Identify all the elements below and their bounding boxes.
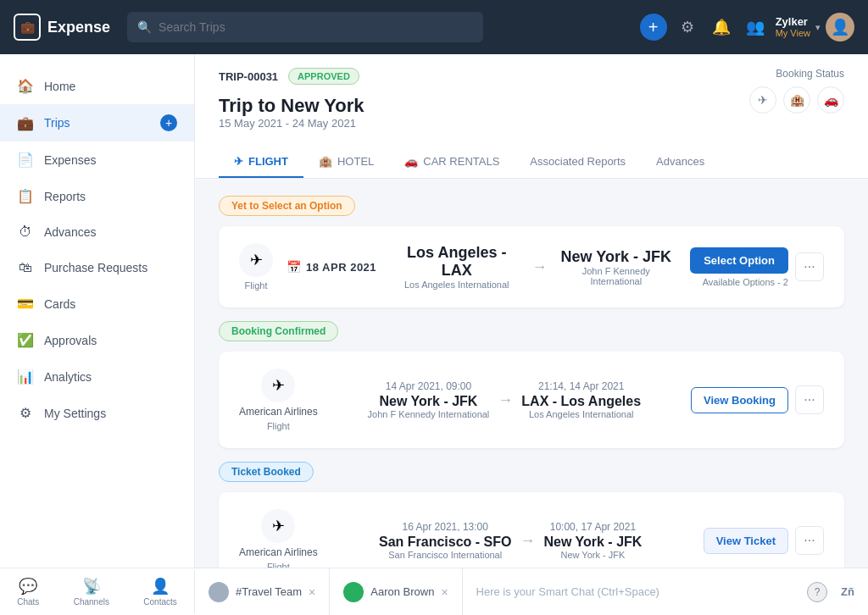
- sidebar-item-advances[interactable]: ⏱ Advances: [0, 214, 194, 250]
- route-from-code-0: Los Angeles - LAX: [390, 244, 523, 280]
- trip-title: Trip to New York: [219, 95, 364, 117]
- arrive-time-1: 21:14, 14 Apr 2021: [521, 380, 641, 392]
- bottom-contacts[interactable]: 👤 Contacts: [133, 570, 186, 613]
- sidebar-item-purchase-requests[interactable]: 🛍 Purchase Requests: [0, 250, 194, 285]
- calendar-icon-0: 📅: [287, 260, 301, 274]
- notifications-button[interactable]: 🔔: [708, 14, 735, 41]
- tab-car-rentals[interactable]: 🚗 CAR RENTALS: [389, 147, 515, 178]
- flight-icon-col-0: ✈ Flight: [239, 243, 273, 291]
- trip-id-row: TRIP-00031 APPROVED: [219, 68, 364, 85]
- select-option-button[interactable]: Select Option: [690, 247, 788, 274]
- flight-icon-col-1: ✈ American Airlines Flight: [239, 368, 318, 431]
- more-button-1[interactable]: ···: [795, 385, 824, 414]
- search-bar[interactable]: 🔍: [127, 12, 483, 42]
- sidebar: 🏠 Home 💼 Trips + 📄 Expenses 📋 Reports ⏱ …: [0, 54, 195, 568]
- view-booking-button[interactable]: View Booking: [691, 387, 788, 413]
- home-icon: 🏠: [17, 78, 34, 94]
- plane-icon-2: ✈: [261, 509, 295, 543]
- flight-date-col-0: 📅 18 APR 2021: [287, 260, 376, 274]
- sidebar-item-analytics[interactable]: 📊 Analytics: [0, 358, 194, 395]
- user-menu[interactable]: Zylker My View ▾ 👤: [776, 13, 854, 42]
- flight-row-1: ✈ American Airlines Flight 14 Apr 2021, …: [239, 368, 824, 431]
- sidebar-item-home[interactable]: 🏠 Home: [0, 68, 194, 104]
- section-badge-booked: Ticket Booked: [219, 462, 314, 482]
- plane-icon-0: ✈: [239, 243, 273, 277]
- section-confirmed: Booking Confirmed ✈ American Airlines Fl…: [219, 321, 844, 448]
- route-from-0: Los Angeles - LAX Los Angeles Internatio…: [390, 244, 523, 290]
- car-rentals-tab-label: CAR RENTALS: [423, 155, 499, 168]
- bottom-chat-tabs: #Travel Team × Aaron Brown × Here is you…: [195, 568, 868, 615]
- route-to-1: 21:14, 14 Apr 2021 LAX - Los Angeles Los…: [521, 380, 641, 419]
- hotel-status-icon[interactable]: 🏨: [783, 86, 810, 114]
- reports-icon: 📋: [17, 188, 34, 204]
- route-col-0: Los Angeles - LAX Los Angeles Internatio…: [390, 244, 676, 290]
- flight-status-icon[interactable]: ✈: [749, 86, 776, 114]
- advances-tab-label: Advances: [656, 155, 704, 168]
- flight-type-2: Flight: [267, 562, 290, 568]
- smart-chat-help-button[interactable]: ?: [807, 582, 827, 602]
- depart-time-2: 16 Apr 2021, 13:00: [379, 521, 511, 533]
- bottom-chats[interactable]: 💬 Chats: [7, 570, 49, 613]
- user-avatar[interactable]: 👤: [826, 13, 854, 42]
- more-button-2[interactable]: ···: [795, 526, 824, 555]
- sidebar-label-analytics: Analytics: [44, 370, 92, 384]
- smart-chat[interactable]: Here is your Smart Chat (Ctrl+Space) ? Z…: [463, 568, 868, 615]
- route-from-1: 14 Apr 2021, 09:00 New York - JFK John F…: [368, 380, 490, 419]
- route-to-0: New York - JFK John F Kennedy Internatio…: [555, 248, 676, 286]
- flight-row-2: ✈ American Airlines Flight 16 Apr 2021, …: [239, 509, 824, 568]
- flight-icon-col-2: ✈ American Airlines Flight: [239, 509, 318, 568]
- sidebar-item-approvals[interactable]: ✅ Approvals: [0, 322, 194, 358]
- sidebar-item-reports[interactable]: 📋 Reports: [0, 178, 194, 214]
- flight-tab-icon: ✈: [234, 155, 243, 168]
- tab-advances[interactable]: Advances: [641, 147, 720, 178]
- route-to-code-1: LAX - Los Angeles: [521, 394, 641, 409]
- tab-associated-reports[interactable]: Associated Reports: [515, 147, 641, 178]
- sidebar-item-expenses[interactable]: 📄 Expenses: [0, 141, 194, 178]
- sidebar-label-trips: Trips: [44, 116, 70, 130]
- route-to-name-2: New York - JFK: [543, 550, 642, 560]
- airline-name-1: American Airlines: [239, 406, 318, 418]
- hotel-tab-icon: 🏨: [319, 155, 332, 168]
- people-button[interactable]: 👥: [742, 14, 769, 41]
- settings-button[interactable]: ⚙: [674, 14, 701, 41]
- tab-hotel[interactable]: 🏨 HOTEL: [303, 147, 389, 178]
- airline-name-2: American Airlines: [239, 546, 318, 558]
- flight-date-0: 📅 18 APR 2021: [287, 260, 376, 274]
- route-from-name-0: Los Angeles International: [390, 280, 523, 290]
- main-layout: 🏠 Home 💼 Trips + 📄 Expenses 📋 Reports ⏱ …: [0, 54, 868, 568]
- sidebar-label-cards: Cards: [44, 297, 75, 311]
- route-col-2: 16 Apr 2021, 13:00 San Francisco - SFO S…: [331, 521, 690, 560]
- aaron-brown-close[interactable]: ×: [441, 585, 448, 599]
- sidebar-item-cards[interactable]: 💳 Cards: [0, 285, 194, 322]
- contacts-label: Contacts: [143, 597, 176, 607]
- car-status-icon[interactable]: 🚗: [817, 86, 844, 114]
- channels-label: Channels: [74, 597, 109, 607]
- bottom-channels[interactable]: 📡 Channels: [64, 570, 120, 613]
- trips-icon: 💼: [17, 115, 34, 131]
- add-button[interactable]: +: [640, 14, 667, 41]
- view-ticket-button[interactable]: View Ticket: [704, 528, 788, 554]
- chat-tab-travel-team[interactable]: #Travel Team ×: [195, 568, 330, 615]
- route-from-code-2: San Francisco - SFO: [379, 535, 511, 550]
- chat-tab-aaron-brown[interactable]: Aaron Brown ×: [330, 568, 462, 615]
- action-col-2: View Ticket ···: [704, 526, 824, 555]
- more-button-0[interactable]: ···: [795, 252, 824, 281]
- route-to-name-0: John F Kennedy International: [555, 266, 676, 286]
- trip-title-row: TRIP-00031 APPROVED Trip to New York 15 …: [219, 68, 844, 143]
- sidebar-item-trips[interactable]: 💼 Trips +: [0, 104, 194, 141]
- search-input[interactable]: [159, 20, 473, 34]
- travel-team-close[interactable]: ×: [309, 585, 315, 599]
- status-badge: APPROVED: [288, 68, 359, 85]
- route-from-name-1: John F Kennedy International: [368, 409, 490, 419]
- section-badge-confirmed: Booking Confirmed: [219, 321, 338, 341]
- sidebar-label-reports: Reports: [44, 190, 86, 203]
- tab-flight[interactable]: ✈ FLIGHT: [219, 147, 303, 178]
- flight-tab-label: FLIGHT: [248, 155, 288, 168]
- flight-card-2: ✈ American Airlines Flight 16 Apr 2021, …: [219, 492, 844, 568]
- purchase-requests-icon: 🛍: [17, 260, 34, 275]
- flight-date-text-0: 18 APR 2021: [306, 261, 376, 274]
- sidebar-item-my-settings[interactable]: ⚙ My Settings: [0, 395, 194, 431]
- route-to-code-2: New York - JFK: [543, 535, 642, 550]
- trips-add-button[interactable]: +: [160, 114, 177, 131]
- user-view: My View: [776, 28, 810, 39]
